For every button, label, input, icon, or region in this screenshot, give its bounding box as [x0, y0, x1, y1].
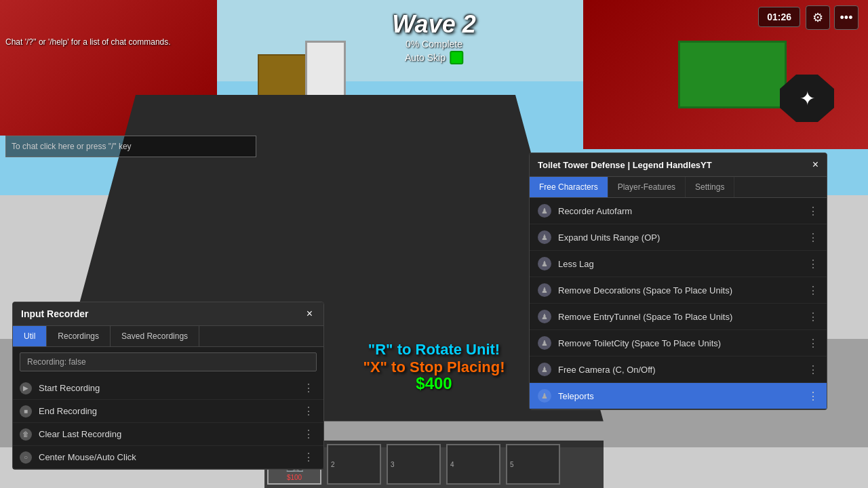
start-recording-icon: ▶	[20, 382, 32, 394]
legend-item-more-4[interactable]: ⋮	[808, 310, 818, 323]
char-shape: ✦	[780, 75, 834, 122]
legend-item-icon-1: ♟	[538, 230, 551, 244]
nav-util[interactable]: Util	[13, 326, 47, 346]
end-recording-label: End Recording	[39, 406, 300, 416]
wave-info: Wave 2 0% Complete Auto Skip	[392, 10, 475, 64]
legend-item-remove-decorations[interactable]: ♟ Remove Decorations (Space To Place Uni…	[530, 277, 827, 304]
legend-header: Toilet Tower Defense | Legend HandlesYT …	[530, 153, 827, 177]
clear-recording-label: Clear Last Recording	[39, 429, 300, 439]
legend-item-expand-units[interactable]: ♟ Expand Units Range (OP) ⋮	[530, 224, 827, 251]
legend-item-more-7[interactable]: ⋮	[808, 390, 818, 403]
tab-free-characters[interactable]: Free Characters	[530, 177, 608, 197]
legend-item-icon-4: ♟	[538, 310, 551, 323]
recording-status: Recording: false	[20, 352, 317, 371]
end-recording-more[interactable]: ⋮	[300, 405, 317, 418]
legend-item-more-5[interactable]: ⋮	[808, 337, 818, 350]
legend-item-remove-entry-tunnel[interactable]: ♟ Remove EntryTunnel (Space To Place Uni…	[530, 304, 827, 330]
legend-item-label-5: Remove ToiletCity (Space To Place Units)	[558, 338, 808, 348]
slot-num-4: 4	[450, 461, 454, 468]
end-recording-row[interactable]: ■ End Recording ⋮	[13, 400, 323, 423]
start-recording-row[interactable]: ▶ Start Recording ⋮	[13, 377, 323, 400]
legend-item-free-camera[interactable]: ♟ Free Camera (C, On/Off) ⋮	[530, 357, 827, 383]
input-recorder-panel: Input Recorder × Util Recordings Saved R…	[12, 302, 324, 470]
legend-item-more-3[interactable]: ⋮	[808, 284, 818, 297]
legend-item-label-6: Free Camera (C, On/Off)	[558, 365, 808, 375]
legend-panel: Toilet Tower Defense | Legend HandlesYT …	[529, 152, 827, 410]
legend-item-label-3: Remove Decorations (Space To Place Units…	[558, 285, 808, 296]
end-recording-icon: ■	[20, 405, 32, 418]
legend-close-button[interactable]: ×	[812, 159, 818, 171]
legend-item-icon-5: ♟	[538, 336, 551, 350]
legend-item-icon-2: ♟	[538, 257, 551, 270]
wave-percent: 0% Complete	[392, 39, 475, 49]
tab-player-features[interactable]: Player-Features	[608, 177, 686, 197]
chat-input[interactable]: To chat click here or press "/" key	[5, 136, 256, 157]
clear-recording-icon: 🗑	[20, 428, 32, 441]
tab-settings[interactable]: Settings	[686, 177, 734, 197]
panel-header: Input Recorder ×	[13, 302, 323, 326]
auto-skip-row: Auto Skip	[392, 51, 475, 64]
legend-item-recorder-autofarm[interactable]: ♟ Recorder Autofarm ⋮	[530, 198, 827, 224]
legend-item-label-7: Teleports	[558, 391, 808, 401]
legend-item-label-2: Less Lag	[558, 259, 808, 269]
wave-title: Wave 2	[392, 10, 475, 39]
placement-hints: "R" to Rotate Unit! "X" to Stop Placing!	[363, 341, 505, 376]
legend-item-icon-7: ♟	[538, 389, 551, 403]
hud-slot-3[interactable]: 3	[387, 444, 441, 485]
green-box	[678, 41, 787, 108]
start-recording-label: Start Recording	[39, 383, 300, 393]
center-mouse-label: Center Mouse/Auto Click	[39, 452, 300, 462]
slot-num-5: 5	[510, 461, 514, 468]
money-display: $400	[416, 374, 452, 393]
legend-item-label-1: Expand Units Range (OP)	[558, 232, 808, 243]
nav-saved-recordings[interactable]: Saved Recordings	[111, 326, 199, 346]
legend-item-label-4: Remove EntryTunnel (Space To Place Units…	[558, 312, 808, 322]
center-mouse-icon: ○	[20, 451, 32, 464]
legend-item-remove-toilet-city[interactable]: ♟ Remove ToiletCity (Space To Place Unit…	[530, 330, 827, 357]
clear-recording-row[interactable]: 🗑 Clear Last Recording ⋮	[13, 423, 323, 446]
legend-item-icon-0: ♟	[538, 204, 551, 218]
legend-title: Toilet Tower Defense | Legend HandlesYT	[538, 160, 712, 170]
rotate-hint: "R" to Rotate Unit!	[363, 341, 505, 359]
panel-close-button[interactable]: ×	[304, 308, 315, 320]
clear-recording-more[interactable]: ⋮	[300, 428, 317, 441]
legend-item-teleports[interactable]: ♟ Teleports ⋮	[530, 383, 827, 409]
center-mouse-row[interactable]: ○ Center Mouse/Auto Click ⋮	[13, 446, 323, 469]
legend-item-label-0: Recorder Autofarm	[558, 206, 808, 216]
auto-skip-toggle[interactable]	[450, 51, 463, 64]
character-indicator: ✦	[780, 75, 848, 129]
timer-display: 01:26	[758, 7, 800, 27]
panel-nav: Util Recordings Saved Recordings	[13, 326, 323, 347]
slot-num-3: 3	[391, 461, 395, 468]
hud-slot-2[interactable]: 2	[327, 444, 381, 485]
settings-button[interactable]: ⚙	[806, 5, 830, 30]
center-mouse-more[interactable]: ⋮	[300, 451, 317, 464]
legend-tabs: Free Characters Player-Features Settings	[530, 177, 827, 198]
legend-item-icon-3: ♟	[538, 283, 551, 297]
legend-item-less-lag[interactable]: ♟ Less Lag ⋮	[530, 251, 827, 277]
legend-item-more-1[interactable]: ⋮	[808, 231, 818, 244]
hud-slot-4[interactable]: 4	[446, 444, 500, 485]
chat-command-hint: Chat '/?'' or '/help' for a list of chat…	[5, 37, 171, 47]
auto-skip-label: Auto Skip	[405, 52, 446, 63]
start-recording-more[interactable]: ⋮	[300, 382, 317, 394]
legend-item-more-2[interactable]: ⋮	[808, 258, 818, 270]
legend-item-more-0[interactable]: ⋮	[808, 205, 818, 218]
slot-num-2: 2	[331, 461, 335, 468]
nav-recordings[interactable]: Recordings	[47, 326, 111, 346]
hud-slot-5[interactable]: 5	[506, 444, 560, 485]
legend-item-more-6[interactable]: ⋮	[808, 363, 818, 376]
legend-item-icon-6: ♟	[538, 363, 551, 376]
more-button[interactable]: •••	[834, 5, 859, 30]
slot-cost-1: $100	[287, 474, 302, 481]
panel-title: Input Recorder	[21, 308, 89, 319]
